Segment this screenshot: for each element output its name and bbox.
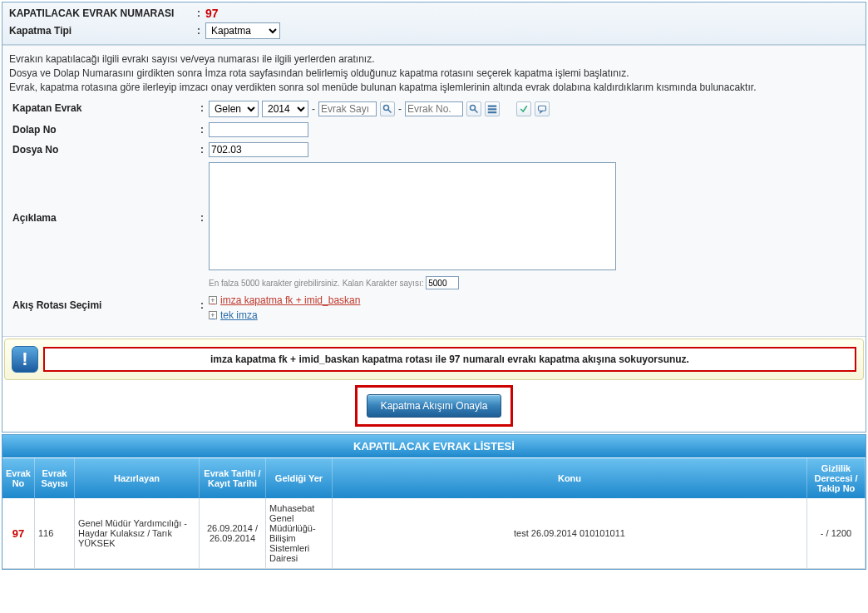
search-no-icon[interactable] <box>466 101 481 116</box>
col-evrak-no[interactable]: Evrak No <box>2 458 34 498</box>
colon: : <box>197 25 205 37</box>
svg-point-0 <box>384 106 389 111</box>
table-row[interactable]: 97 116 Genel Müdür Yardımcılığı - Haydar… <box>2 498 866 569</box>
char-remaining-display <box>426 276 459 289</box>
alert-message: imza kapatma fk + imid_baskan kapatma ro… <box>43 347 856 372</box>
svg-rect-5 <box>488 109 497 111</box>
dosya-no-input[interactable] <box>209 142 308 157</box>
row-hazirlayan: Genel Müdür Yardımcılığı - Haydar Kulaks… <box>74 498 199 569</box>
evrak-sayi-input[interactable] <box>318 101 377 116</box>
confirm-button-frame: Kapatma Akışını Onayla <box>355 385 513 427</box>
col-gizlilik[interactable]: Gizlilik Derecesi / Takip No <box>807 458 866 498</box>
row-evrak-no: 97 <box>12 527 24 540</box>
col-tarih[interactable]: Evrak Tarihi / Kayıt Tarihi <box>199 458 265 498</box>
expand-icon[interactable]: + <box>209 311 217 319</box>
dash: - <box>398 103 402 115</box>
svg-rect-7 <box>539 106 546 111</box>
svg-rect-4 <box>488 106 497 107</box>
svg-point-2 <box>471 106 476 111</box>
svg-rect-6 <box>488 111 497 113</box>
instruction-text: Evrakın kapatılacağı ilgili evrakı sayıs… <box>9 52 859 94</box>
direction-select[interactable]: Gelen <box>209 101 259 117</box>
char-hint: En falza 5000 karakter girebilirsiniz. K… <box>209 276 859 289</box>
row-konu: test 26.09.2014 010101011 <box>332 498 806 569</box>
help-icon[interactable] <box>535 101 550 116</box>
col-evrak-sayi[interactable]: Evrak Sayısı <box>34 458 74 498</box>
year-select[interactable]: 2014 <box>262 101 308 117</box>
dosya-no-label: Dosya No <box>9 142 200 156</box>
list-icon[interactable] <box>485 101 500 116</box>
rota-option-1[interactable]: + imza kapatma fk + imid_baskan <box>209 294 859 306</box>
svg-line-1 <box>388 110 392 113</box>
row-tarih: 26.09.2014 / 26.09.2014 <box>199 498 265 569</box>
svg-line-3 <box>475 110 478 113</box>
info-bar: ! imza kapatma fk + imid_baskan kapatma … <box>4 339 864 380</box>
col-konu[interactable]: Konu <box>332 458 806 498</box>
aciklama-textarea[interactable] <box>209 162 616 270</box>
aciklama-label: Açıklama <box>9 162 200 224</box>
kapatma-tipi-label: Kapatma Tipi <box>6 25 197 37</box>
dash: - <box>312 103 315 115</box>
expand-icon[interactable]: + <box>209 296 217 304</box>
dolap-no-label: Dolap No <box>9 122 200 136</box>
akis-rota-label: Akış Rotası Seçimi <box>9 294 200 311</box>
kapatan-evrak-label: Kapatan Evrak <box>9 101 200 114</box>
clear-icon[interactable] <box>516 101 531 116</box>
dolap-no-input[interactable] <box>209 122 308 137</box>
colon: : <box>197 7 205 19</box>
row-evrak-sayi: 116 <box>34 498 74 569</box>
confirm-button[interactable]: Kapatma Akışını Onayla <box>367 394 502 418</box>
evrak-no-input[interactable] <box>405 101 463 116</box>
row-yer: Muhasebat Genel Müdürlüğü-Bilişim Sistem… <box>265 498 332 569</box>
kapatma-tipi-select[interactable]: Kapatma <box>205 22 280 39</box>
col-yer[interactable]: Geldiği Yer <box>265 458 332 498</box>
evrak-table: Evrak No Evrak Sayısı Hazırlayan Evrak T… <box>2 458 866 569</box>
kapatilacak-evrak-label: KAPATILACAK EVRAK NUMARASI <box>6 7 197 19</box>
row-gizlilik: - / 1200 <box>807 498 866 569</box>
evrak-no-value: 97 <box>205 7 219 20</box>
search-sayi-icon[interactable] <box>380 101 395 116</box>
rota-option-2[interactable]: + tek imza <box>209 309 859 321</box>
col-hazirlayan[interactable]: Hazırlayan <box>74 458 199 498</box>
list-title: KAPATILACAK EVRAK LİSTESİ <box>2 435 866 458</box>
info-icon: ! <box>12 346 38 373</box>
